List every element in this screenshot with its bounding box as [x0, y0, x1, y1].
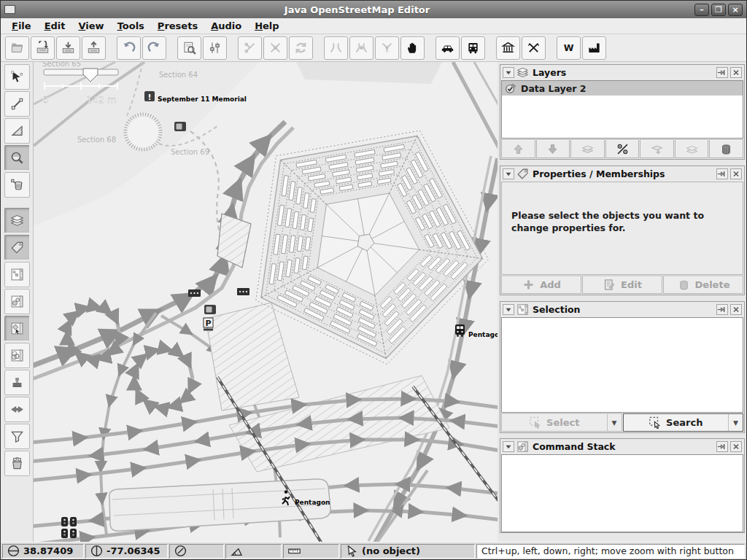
plus-icon — [522, 278, 535, 292]
layer-down-button[interactable] — [536, 139, 570, 158]
collapse-icon[interactable] — [503, 304, 514, 315]
close-button[interactable]: × — [728, 4, 743, 16]
redo-button[interactable] — [142, 36, 166, 60]
selection-panel: Selection Select ▼ — [500, 301, 745, 433]
minimize-button[interactable]: – — [694, 4, 709, 16]
pan-hand-button[interactable] — [400, 36, 425, 60]
wms-w-button[interactable]: W — [557, 36, 581, 60]
draw-node-button[interactable] — [4, 91, 30, 117]
section-68-label: Section 68 — [77, 136, 116, 144]
download-button[interactable] — [56, 36, 80, 60]
relations-panel-button[interactable] — [4, 262, 30, 287]
edit-button[interactable]: Edit — [582, 276, 662, 294]
map-canvas[interactable]: 0 142 m Section 65 Section 64 Section 68… — [34, 62, 498, 542]
delete-tool-button[interactable] — [4, 172, 30, 198]
maximize-button[interactable]: ❐ — [711, 4, 726, 16]
search-dropdown-arrow[interactable]: ▼ — [728, 414, 743, 431]
tags-icon — [516, 168, 529, 180]
tags-panel-button[interactable] — [4, 235, 30, 260]
restaurant-button[interactable] — [522, 36, 546, 60]
heading-field — [169, 544, 224, 559]
heading-icon — [174, 544, 187, 558]
save-button[interactable] — [31, 36, 55, 60]
app-icon — [4, 5, 15, 14]
collapse-icon[interactable] — [503, 67, 514, 78]
filter-funnel-button[interactable] — [4, 424, 30, 449]
menu-edit[interactable]: Edit — [38, 19, 72, 33]
layer-move-bottom-button[interactable] — [640, 139, 674, 158]
title-bar[interactable]: Java OpenStreetMap Editor – ❐ × — [1, 1, 746, 18]
select-dropdown-arrow[interactable]: ▼ — [607, 414, 622, 431]
menu-view[interactable]: View — [72, 19, 111, 33]
close-icon[interactable] — [730, 67, 742, 78]
pin-icon[interactable] — [716, 168, 728, 179]
selection-panel-button[interactable] — [4, 316, 30, 341]
search-button[interactable]: Search ▼ — [623, 413, 744, 432]
pin-icon[interactable] — [716, 67, 728, 78]
layer-delete-button[interactable] — [709, 139, 743, 158]
car-button[interactable] — [436, 36, 460, 60]
layer-duplicate-button[interactable] — [675, 139, 709, 158]
mappaint-panel-button[interactable] — [4, 289, 30, 314]
menu-help[interactable]: Help — [248, 19, 285, 33]
station-entrance-label: Pentagon — [295, 499, 330, 506]
close-icon[interactable] — [730, 441, 742, 452]
trash-icon — [677, 278, 691, 292]
layer-list[interactable]: Data Layer 2 — [501, 80, 743, 139]
selection-list[interactable] — [501, 317, 743, 413]
merge-nodes-button[interactable] — [349, 36, 374, 60]
edit-tools-toolbar — [1, 62, 34, 542]
unglue-node-button[interactable] — [324, 36, 348, 60]
section-69-label: Section 69 — [171, 148, 209, 156]
combine-way-button[interactable] — [263, 36, 287, 60]
layer-row[interactable]: Data Layer 2 — [502, 81, 743, 96]
history-stamp-button[interactable] — [4, 370, 30, 395]
factory-button[interactable] — [582, 36, 606, 60]
delete-button[interactable]: Delete — [663, 276, 743, 294]
window-title: Java OpenStreetMap Editor — [20, 4, 694, 15]
conflict-arrows-button[interactable] — [4, 397, 30, 422]
preferences-button[interactable] — [203, 36, 227, 60]
join-node-button[interactable] — [375, 36, 399, 60]
close-icon[interactable] — [730, 304, 742, 315]
measure-button[interactable] — [4, 118, 30, 144]
layer-visibility-button[interactable] — [605, 139, 640, 158]
undo-button[interactable] — [117, 36, 141, 60]
layers-panel-button[interactable] — [4, 208, 30, 233]
museum-button[interactable] — [496, 36, 520, 60]
basket-button[interactable] — [4, 451, 30, 476]
zoom-tool-button[interactable] — [4, 145, 30, 171]
command-stack-list[interactable] — [501, 454, 743, 532]
menu-audio[interactable]: Audio — [204, 19, 248, 33]
open-button[interactable] — [5, 36, 29, 60]
command-stack-icon — [516, 440, 529, 453]
update-data-button[interactable] — [289, 36, 313, 60]
select-tool-button[interactable] — [4, 64, 30, 90]
edit-doc-icon — [603, 278, 616, 292]
object-field: (no object) — [341, 544, 475, 559]
menu-tools[interactable]: Tools — [111, 19, 151, 33]
status-bar: 38.87409 -77.06345 (no object) Ctrl+up, … — [1, 542, 746, 559]
split-way-button[interactable] — [238, 36, 262, 60]
menu-file[interactable]: File — [5, 19, 38, 33]
close-icon[interactable] — [730, 168, 742, 179]
pin-icon[interactable] — [716, 441, 728, 452]
section-64-label: Section 64 — [159, 71, 198, 79]
upload-button[interactable] — [82, 36, 106, 60]
object-cursor-icon — [345, 544, 359, 558]
validator-panel-button[interactable] — [4, 343, 30, 368]
menu-presets[interactable]: Presets — [151, 19, 204, 33]
collapse-icon[interactable] — [503, 441, 514, 452]
longitude-icon — [90, 544, 104, 558]
add-button[interactable]: Add — [501, 276, 581, 294]
memorial-label: September 11 Memorial — [158, 96, 247, 103]
scale-start-label: 0 — [42, 94, 48, 105]
select-button[interactable]: Select ▼ — [501, 413, 622, 432]
layer-merge-button[interactable] — [570, 139, 605, 158]
bus-button[interactable] — [461, 36, 485, 60]
pin-icon[interactable] — [716, 304, 728, 315]
collapse-icon[interactable] — [503, 168, 514, 179]
angle-icon — [230, 544, 244, 558]
layer-up-button[interactable] — [501, 139, 535, 158]
download-area-button[interactable] — [177, 36, 201, 60]
